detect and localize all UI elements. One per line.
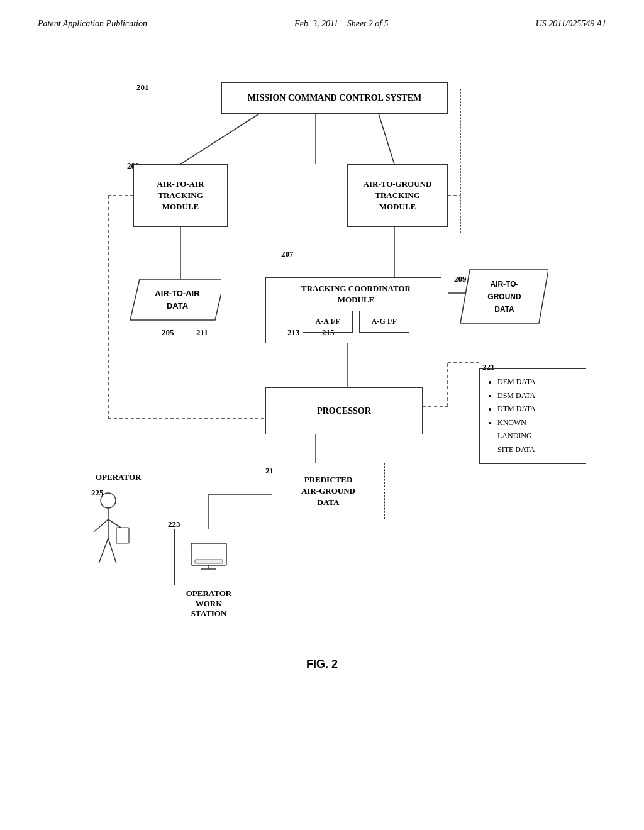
page: Patent Application Publication Feb. 3, 2… <box>0 0 644 830</box>
label-211: 211 <box>196 328 208 338</box>
svg-text:GROUND: GROUND <box>487 292 521 301</box>
fig-caption: FIG. 2 <box>38 658 606 671</box>
svg-rect-33 <box>116 528 129 543</box>
predicted-ag-data-box: PREDICTEDAIR-GROUNDDATA <box>272 463 385 519</box>
processor-box: PROCESSOR <box>265 387 423 434</box>
dashed-enclosure-right <box>460 89 564 233</box>
ag-if-box: A-G I/F <box>359 311 409 333</box>
svg-text:AIR-TO-: AIR-TO- <box>490 280 518 289</box>
svg-text:DATA: DATA <box>167 301 189 311</box>
bullet-list: DEM DATA DSM DATA DTM DATA KNOWNLANDINGS… <box>487 375 578 457</box>
diagram-area: 201 MISSION COMMAND CONTROL SYSTEM 203 A… <box>45 54 599 645</box>
label-201: 201 <box>136 82 149 92</box>
bullet-data-box: DEM DATA DSM DATA DTM DATA KNOWNLANDINGS… <box>479 368 586 464</box>
svg-line-30 <box>108 519 121 528</box>
svg-line-32 <box>108 538 116 563</box>
svg-line-2 <box>379 114 394 164</box>
operator-figure-svg <box>86 491 130 579</box>
svg-rect-37 <box>195 560 223 563</box>
label-213: 213 <box>287 328 300 338</box>
bullet-item-known: KNOWNLANDINGSITE DATA <box>497 416 578 457</box>
label-207: 207 <box>281 249 294 259</box>
air-to-ground-tracking-box: AIR-TO-GROUNDTRACKINGMODULE <box>347 164 448 227</box>
svg-line-29 <box>94 519 108 532</box>
svg-text:DATA: DATA <box>494 305 514 314</box>
operator-workstation-label: OPERATORWORKSTATION <box>168 589 250 619</box>
svg-point-27 <box>101 493 116 508</box>
label-215: 215 <box>322 328 335 338</box>
svg-line-31 <box>99 538 108 563</box>
air-to-air-data-shape: AIR-TO-AIR DATA <box>127 277 221 321</box>
page-header: Patent Application Publication Feb. 3, 2… <box>38 19 606 29</box>
air-to-ground-data-shape: AIR-TO- GROUND DATA <box>457 268 548 324</box>
bullet-item-dtm: DTM DATA <box>497 402 578 416</box>
label-205: 205 <box>162 328 174 338</box>
bullet-item-dem: DEM DATA <box>497 375 578 389</box>
label-223: 223 <box>168 519 180 529</box>
svg-line-0 <box>180 114 259 164</box>
mission-control-box: MISSION COMMAND CONTROL SYSTEM <box>221 82 448 114</box>
air-to-air-tracking-box: AIR-TO-AIRTRACKINGMODULE <box>133 164 228 227</box>
operator-workstation-box <box>174 529 243 585</box>
header-center: Feb. 3, 2011 Sheet 2 of 5 <box>294 19 388 29</box>
svg-marker-20 <box>130 279 221 320</box>
operator-label: OPERATOR <box>96 472 141 482</box>
header-right: US 2011/025549 A1 <box>536 19 606 29</box>
svg-text:AIR-TO-AIR: AIR-TO-AIR <box>155 289 200 298</box>
bullet-item-dsm: DSM DATA <box>497 389 578 403</box>
header-left: Patent Application Publication <box>38 19 147 29</box>
